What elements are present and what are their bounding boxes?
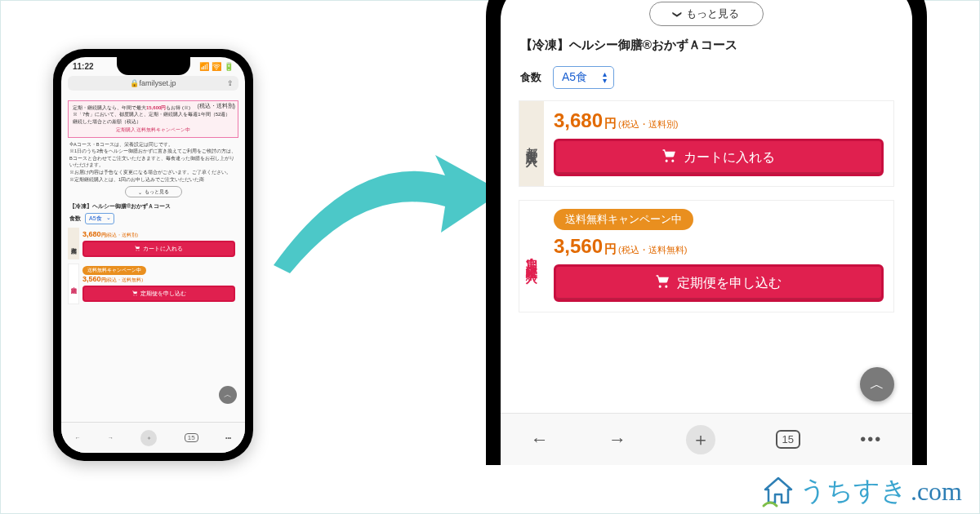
quantity-row: 食数 A5食 [69,213,237,224]
nav-forward-icon[interactable]: → [108,435,114,441]
subscription-vlabel: 定期・継続購入 [519,201,544,312]
phone-mock-large: ❯ もっと見る 【冷凍】ヘルシー御膳®おかずＡコース 食数 A5食 ▴▾ 都度購… [486,0,927,465]
status-time: 11:22 [73,62,94,71]
add-to-cart-button[interactable]: カートに入れる [82,241,235,257]
site-watermark: うちすき.com [760,473,962,509]
one-time-vlabel: 都度購入 [68,228,79,259]
subscribe-button[interactable]: 定期便を申し込む [82,286,235,302]
one-time-purchase-box: 都度購入 3,680円(税込・送料別) カートに入れる [68,228,238,259]
free-shipping-pill: 送料無料キャンペーン中 [82,266,146,275]
campaign-label: 定期購入 送料無料キャンペーン中 [73,126,234,134]
subscription-price: 3,560円(税込・送料無料) [82,275,235,284]
product-title: 【冷凍】ヘルシー御膳®おかずＡコース [69,202,237,210]
flow-arrow [257,118,510,298]
phone-mock-small: 11:22 📶 🛜 🔋 🔒 familyset.jp ⇪ (税込・送料別) 定期… [53,49,253,461]
status-icons: 📶 🛜 🔋 [199,62,234,71]
select-arrows-icon: ▴▾ [603,71,607,84]
browser-toolbar: ← → ＋ 15 ••• [61,422,245,453]
chevron-down-icon: ❯ [672,11,683,18]
free-shipping-pill: 送料無料キャンペーン中 [554,209,693,230]
one-time-purchase-box: 都度購入 3,680円(税込・送料別) カートに入れる [519,100,894,187]
one-time-price: 3,680円(税込・送料別) [554,109,884,132]
nav-forward-icon[interactable]: → [608,429,626,450]
quantity-label: 食数 [69,215,81,223]
cart-icon [131,290,138,298]
quantity-select[interactable]: A5食 [85,213,114,224]
subscription-vlabel: 定期・継続購入 [68,264,79,304]
watermark-text: うちすき [800,473,907,509]
one-time-vlabel: 都度購入 [519,101,544,186]
chevron-up-icon: ︿ [224,389,232,401]
watermark-suffix: .com [911,476,962,507]
nav-back-icon[interactable]: ← [75,435,81,441]
show-more-button[interactable]: ⌄ もっと見る [125,186,182,197]
menu-dots-icon[interactable]: ••• [860,430,882,449]
phone-notch [117,57,190,75]
tab-count-button[interactable]: 15 [776,430,800,449]
add-to-cart-button[interactable]: カートに入れる [554,139,884,176]
product-notes: ※Aコース・Bコースは、栄養設定は同じです。 ※1日のうち2食をヘルシー御膳おか… [69,141,237,183]
tab-count-button[interactable]: 15 [185,433,198,442]
cart-icon [656,274,670,292]
one-time-price: 3,680円(税込・送料別) [82,230,235,239]
quantity-label: 食数 [520,70,541,85]
subscription-purchase-box: 定期・継続購入 送料無料キャンペーン中 3,560円(税込・送料無料) 定期便を… [519,200,894,312]
top-tax-note: (税込・送料別) [198,103,235,110]
chevron-up-icon: ︿ [870,374,884,394]
subscribe-button[interactable]: 定期便を申し込む [554,264,884,302]
quantity-row: 食数 A5食 ▴▾ [520,66,893,89]
show-more-button[interactable]: ❯ もっと見る [649,2,764,26]
quantity-select[interactable]: A5食 ▴▾ [553,66,614,89]
share-icon[interactable]: ⇪ [227,79,234,87]
house-icon [760,473,796,509]
cart-icon [662,148,677,166]
nav-back-icon[interactable]: ← [531,429,549,450]
new-tab-button[interactable]: ＋ [686,425,715,454]
subscription-price: 3,560円(税込・送料無料) [554,235,884,258]
savings-footnote: ※「7食」において、都度購入と、定期・継続購入を毎週1年間（52週）継続した場合… [73,111,234,125]
browser-toolbar: ← → ＋ 15 ••• [501,413,912,465]
url-bar[interactable]: 🔒 familyset.jp ⇪ [68,76,238,91]
url-domain: familyset.jp [139,79,176,87]
new-tab-button[interactable]: ＋ [140,430,157,446]
product-title: 【冷凍】ヘルシー御膳®おかずＡコース [520,38,893,53]
subscription-purchase-box: 定期・継続購入 送料無料キャンペーン中 3,560円(税込・送料無料) 定期便を… [68,264,238,304]
menu-dots-icon[interactable]: ••• [225,435,231,441]
chevron-down-icon: ⌄ [138,189,142,195]
cart-icon [135,246,141,253]
scroll-to-top-button[interactable]: ︿ [860,367,894,401]
scroll-to-top-button[interactable]: ︿ [219,386,237,404]
